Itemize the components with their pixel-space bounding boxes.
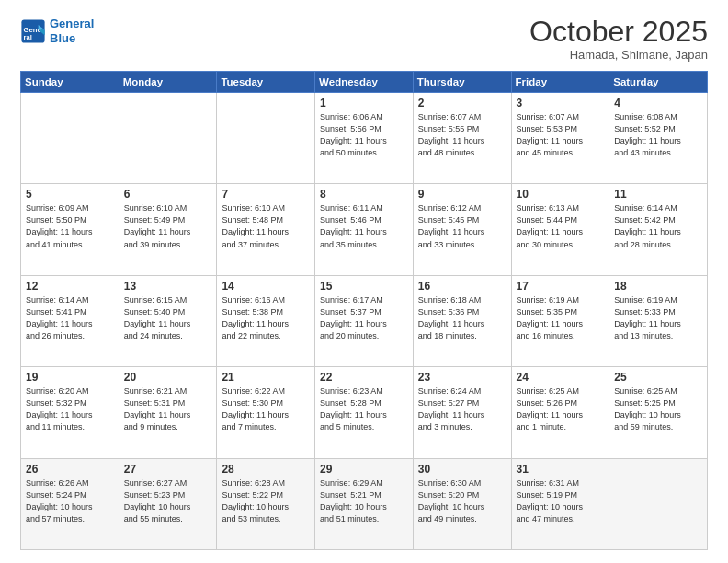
day-info-line: Daylight: 10 hours [222,501,310,513]
day-info-line: Daylight: 11 hours [124,318,212,330]
day-number: 19 [26,371,114,384]
table-row [21,93,119,184]
day-number: 2 [418,97,506,109]
day-info-line: and 9 minutes. [124,421,212,433]
day-info: Sunrise: 6:14 AMSunset: 5:42 PMDaylight:… [614,202,702,250]
day-info-line: Sunset: 5:24 PM [26,489,114,501]
day-info-line: Sunset: 5:28 PM [320,397,408,409]
day-info-line: Sunrise: 6:18 AM [418,294,506,306]
day-info-line: Sunrise: 6:25 AM [517,385,605,397]
table-row: 30Sunrise: 6:30 AMSunset: 5:20 PMDayligh… [413,458,511,549]
day-number: 31 [517,463,605,476]
day-number: 17 [517,280,605,293]
day-info-line: Daylight: 10 hours [517,501,605,513]
day-info-line: Sunset: 5:36 PM [418,306,506,318]
day-info-line: and 24 minutes. [124,330,212,342]
calendar-header-row: Sunday Monday Tuesday Wednesday Thursday… [21,72,708,93]
day-info-line: Sunset: 5:46 PM [320,214,408,226]
day-number: 9 [418,188,506,201]
day-info: Sunrise: 6:25 AMSunset: 5:26 PMDaylight:… [517,385,605,433]
day-info: Sunrise: 6:24 AMSunset: 5:27 PMDaylight:… [418,385,506,433]
day-info: Sunrise: 6:17 AMSunset: 5:37 PMDaylight:… [320,294,408,342]
day-info-line: and 16 minutes. [517,330,605,342]
col-sunday: Sunday [21,72,119,93]
day-info: Sunrise: 6:08 AMSunset: 5:52 PMDaylight:… [614,111,702,159]
day-info: Sunrise: 6:06 AMSunset: 5:56 PMDaylight:… [320,111,408,159]
day-info-line: Sunrise: 6:15 AM [124,294,212,306]
day-info: Sunrise: 6:19 AMSunset: 5:33 PMDaylight:… [614,294,702,342]
day-info-line: and 50 minutes. [320,147,408,159]
day-info-line: and 30 minutes. [517,239,605,251]
day-info-line: and 41 minutes. [26,239,114,251]
table-row [119,93,217,184]
day-info-line: and 28 minutes. [614,239,702,251]
day-number: 23 [418,371,506,384]
day-info-line: Sunset: 5:25 PM [614,397,702,409]
day-info: Sunrise: 6:25 AMSunset: 5:25 PMDaylight:… [614,385,702,433]
day-info-line: Sunrise: 6:27 AM [124,477,212,489]
day-info-line: Sunrise: 6:13 AM [517,202,605,214]
day-info: Sunrise: 6:07 AMSunset: 5:53 PMDaylight:… [517,111,605,159]
day-info-line: and 57 minutes. [26,513,114,525]
table-row: 7Sunrise: 6:10 AMSunset: 5:48 PMDaylight… [217,184,315,275]
day-info: Sunrise: 6:11 AMSunset: 5:46 PMDaylight:… [320,202,408,250]
day-info-line: Daylight: 11 hours [418,318,506,330]
day-info-line: Daylight: 10 hours [124,501,212,513]
day-info-line: Sunset: 5:44 PM [517,214,605,226]
day-info-line: Sunrise: 6:10 AM [124,202,212,214]
day-number: 13 [124,280,212,293]
day-info-line: and 39 minutes. [124,239,212,251]
day-info-line: Sunrise: 6:20 AM [26,385,114,397]
day-number: 27 [124,463,212,476]
table-row: 31Sunrise: 6:31 AMSunset: 5:19 PMDayligh… [511,458,609,549]
table-row: 15Sunrise: 6:17 AMSunset: 5:37 PMDayligh… [315,275,414,366]
col-wednesday: Wednesday [315,72,414,93]
day-info: Sunrise: 6:16 AMSunset: 5:38 PMDaylight:… [222,294,310,342]
day-info: Sunrise: 6:20 AMSunset: 5:32 PMDaylight:… [26,385,114,433]
day-info-line: and 49 minutes. [418,513,506,525]
day-info-line: Daylight: 11 hours [320,226,408,238]
day-info-line: Sunset: 5:55 PM [418,123,506,135]
table-row: 26Sunrise: 6:26 AMSunset: 5:24 PMDayligh… [21,458,119,549]
day-info-line: Daylight: 11 hours [517,226,605,238]
day-info-line: Sunrise: 6:29 AM [320,477,408,489]
svg-text:ral: ral [24,33,32,41]
day-info-line: and 11 minutes. [26,421,114,433]
table-row: 28Sunrise: 6:28 AMSunset: 5:22 PMDayligh… [217,458,315,549]
day-info-line: and 47 minutes. [517,513,605,525]
day-info-line: Sunset: 5:40 PM [124,306,212,318]
day-info-line: and 33 minutes. [418,239,506,251]
day-info-line: Daylight: 11 hours [614,226,702,238]
title-block: October 2025 Hamada, Shimane, Japan [529,17,708,62]
day-info-line: Sunrise: 6:17 AM [320,294,408,306]
day-info: Sunrise: 6:26 AMSunset: 5:24 PMDaylight:… [26,477,114,525]
page: Gene ral General Blue October 2025 Hamad… [0,0,728,563]
table-row: 17Sunrise: 6:19 AMSunset: 5:35 PMDayligh… [511,275,609,366]
day-number: 6 [124,188,212,201]
table-row: 13Sunrise: 6:15 AMSunset: 5:40 PMDayligh… [119,275,217,366]
day-number: 10 [517,188,605,201]
location: Hamada, Shimane, Japan [529,48,708,62]
day-info-line: Daylight: 11 hours [517,409,605,421]
day-info-line: and 43 minutes. [614,147,702,159]
table-row: 14Sunrise: 6:16 AMSunset: 5:38 PMDayligh… [217,275,315,366]
day-info-line: Sunrise: 6:19 AM [517,294,605,306]
table-row: 4Sunrise: 6:08 AMSunset: 5:52 PMDaylight… [609,93,708,184]
day-info-line: Sunrise: 6:28 AM [222,477,310,489]
table-row: 22Sunrise: 6:23 AMSunset: 5:28 PMDayligh… [315,367,414,458]
day-info: Sunrise: 6:09 AMSunset: 5:50 PMDaylight:… [26,202,114,250]
day-info-line: Daylight: 11 hours [418,226,506,238]
day-info-line: Sunrise: 6:25 AM [614,385,702,397]
day-info-line: Sunset: 5:41 PM [26,306,114,318]
day-info-line: Sunset: 5:30 PM [222,397,310,409]
day-info-line: and 37 minutes. [222,239,310,251]
day-info-line: Sunrise: 6:21 AM [124,385,212,397]
day-info-line: Sunset: 5:32 PM [26,397,114,409]
day-info-line: and 26 minutes. [26,330,114,342]
day-number: 12 [26,280,114,293]
day-info: Sunrise: 6:18 AMSunset: 5:36 PMDaylight:… [418,294,506,342]
day-info-line: Sunrise: 6:23 AM [320,385,408,397]
table-row: 25Sunrise: 6:25 AMSunset: 5:25 PMDayligh… [609,367,708,458]
day-info-line: Daylight: 11 hours [320,318,408,330]
day-number: 15 [320,280,408,293]
